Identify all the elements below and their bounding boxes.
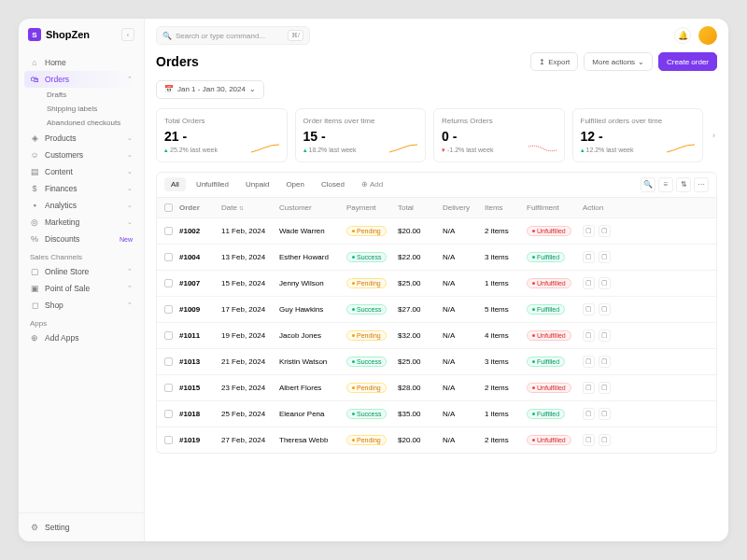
row-checkbox[interactable] [164,436,173,444]
sort-button[interactable]: ⇅ [676,177,691,192]
row-action-view[interactable]: ▢ [583,408,595,420]
payment-badge: Pending [346,226,387,236]
notifications-button[interactable]: 🔔 [674,27,691,44]
table-row[interactable]: #1019 27 Feb, 2024 Theresa Webb Pending … [157,427,716,453]
nav-marketing[interactable]: ◎Marketing⌄ [24,214,138,231]
user-avatar[interactable] [698,26,717,45]
chart-icon: ▪ [30,201,39,210]
row-checkbox[interactable] [164,331,173,340]
row-checkbox[interactable] [164,227,173,235]
home-icon: ⌂ [30,58,39,67]
nav-home[interactable]: ⌂Home [24,54,138,71]
row-checkbox[interactable] [164,253,173,261]
col-delivery[interactable]: Delivery [443,203,485,212]
nav-analytics[interactable]: ▪Analytics⌄ [24,197,138,214]
section-apps: Apps [24,314,138,329]
row-action-edit[interactable]: ▢ [599,382,611,394]
nav-discounts[interactable]: %DiscountsNew [24,231,138,247]
tab-all[interactable]: All [164,177,186,191]
row-action-view[interactable]: ▢ [583,356,595,368]
stat-card[interactable]: Fulfilled orders over time 12 - ▴ 12.2% … [572,108,704,162]
stat-value: 12 - [581,129,696,144]
table-row[interactable]: #1007 15 Feb, 2024 Jenny Wilson Pending … [157,270,716,296]
nav-content[interactable]: ▤Content⌄ [24,163,138,180]
nav-add-apps[interactable]: ⊕Add Apps [24,329,138,346]
nav-orders[interactable]: 🛍Orders⌃ [24,71,138,88]
nav-drafts[interactable]: Drafts [41,88,138,102]
col-customer[interactable]: Customer [279,203,346,212]
more-button[interactable]: ⋯ [694,177,709,192]
table-row[interactable]: #1009 17 Feb, 2024 Guy Hawkins Success $… [157,296,716,322]
row-action-edit[interactable]: ▢ [599,225,611,237]
row-checkbox[interactable] [164,279,173,287]
filter-button[interactable]: ≡ [658,177,673,192]
collapse-sidebar-button[interactable]: ‹ [121,28,134,41]
cell-total: $20.00 [398,227,443,235]
row-checkbox[interactable] [164,410,173,418]
col-payment[interactable]: Payment [346,203,398,212]
table-row[interactable]: #1002 11 Feb, 2024 Wade Warren Pending $… [157,217,716,244]
table-row[interactable]: #1015 23 Feb, 2024 Albert Flores Pending… [157,374,716,400]
stat-card[interactable]: Returns Orders 0 - ▾ -1.2% last week [433,108,565,162]
create-order-button[interactable]: Create order [658,52,717,71]
cell-date: 19 Feb, 2024 [221,331,279,340]
row-action-edit[interactable]: ▢ [599,329,611,342]
nav-online-store[interactable]: ▢Online Store⌃ [24,263,138,280]
nav-abandoned-checkouts[interactable]: Abandoned checkouts [41,116,138,130]
row-action-edit[interactable]: ▢ [599,303,611,315]
tab-closed[interactable]: Closed [315,177,351,191]
sort-icon: ⇅ [239,205,244,211]
cell-customer: Albert Flores [279,384,346,392]
nav-customers[interactable]: ☺Customers⌄ [24,147,138,163]
col-total[interactable]: Total [398,203,443,212]
row-checkbox[interactable] [164,384,173,392]
stat-card[interactable]: Total Orders 21 - ▴ 25.2% last week [156,108,288,162]
row-action-edit[interactable]: ▢ [599,277,611,289]
tab-add[interactable]: ⊕Add [355,177,389,191]
tab-unpaid[interactable]: Unpaid [239,177,275,191]
row-checkbox[interactable] [164,357,173,366]
col-fulfilment[interactable]: Fulfilment [527,203,583,212]
search-table-button[interactable]: 🔍 [641,177,655,192]
row-action-view[interactable]: ▢ [583,434,595,446]
row-action-view[interactable]: ▢ [583,251,595,263]
table-row[interactable]: #1004 13 Feb, 2024 Esther Howard Success… [157,244,716,270]
row-checkbox[interactable] [164,305,173,314]
export-button[interactable]: ↥Export [530,52,578,71]
nav-products[interactable]: ◈Products⌄ [24,130,138,147]
row-action-edit[interactable]: ▢ [599,434,611,446]
col-date[interactable]: Date⇅ [221,203,279,212]
cell-total: $22.00 [398,253,443,261]
table-row[interactable]: #1011 19 Feb, 2024 Jacob Jones Pending $… [157,322,716,348]
date-range-picker[interactable]: 📅 Jan 1 - Jan 30, 2024 ⌄ [156,80,264,99]
nav-pos[interactable]: ▣Point of Sale⌃ [24,280,138,297]
stat-value: 0 - [442,129,557,144]
search-input[interactable]: 🔍 Search or type command... ⌘/ [156,26,310,45]
col-items[interactable]: Items [485,203,527,212]
row-action-view[interactable]: ▢ [583,382,595,394]
sort-icon: ⇅ [681,180,687,189]
table-row[interactable]: #1013 21 Feb, 2024 Kristin Watson Succes… [157,348,716,374]
row-action-view[interactable]: ▢ [583,225,595,237]
cell-customer: Esther Howard [279,253,346,261]
row-action-edit[interactable]: ▢ [599,251,611,263]
row-action-edit[interactable]: ▢ [599,408,611,420]
tab-open[interactable]: Open [279,177,311,191]
select-all-checkbox[interactable] [164,203,173,212]
row-action-view[interactable]: ▢ [583,303,595,315]
stat-value: 15 - [303,129,418,144]
stats-next-button[interactable]: › [711,131,717,140]
nav-finances[interactable]: $Finances⌄ [24,180,138,197]
row-action-view[interactable]: ▢ [583,329,595,342]
chevron-up-icon: ⌃ [127,301,133,309]
stat-card[interactable]: Order items over time 15 - ▴ 18.2% last … [295,108,427,162]
nav-setting[interactable]: ⚙Setting [24,519,138,536]
nav-shipping-labels[interactable]: Shipping labels [41,102,138,116]
table-row[interactable]: #1018 25 Feb, 2024 Eleanor Pena Success … [157,400,716,427]
nav-shop[interactable]: ◻Shop⌃ [24,297,138,314]
row-action-view[interactable]: ▢ [583,277,595,289]
row-action-edit[interactable]: ▢ [599,356,611,368]
more-actions-button[interactable]: More actions⌄ [584,52,653,71]
tab-unfulfilled[interactable]: Unfulfilled [190,177,235,191]
col-order[interactable]: Order [179,203,221,212]
